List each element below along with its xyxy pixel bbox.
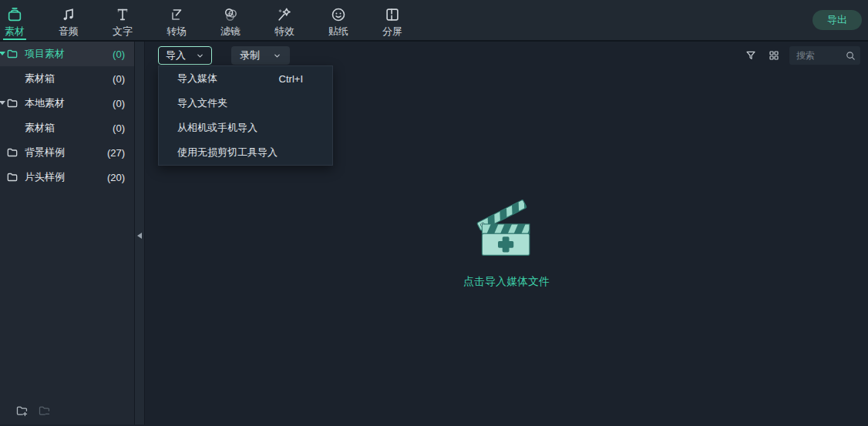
export-button[interactable]: 导出 [812, 10, 862, 30]
sidebar-item-count: (0) [113, 98, 125, 109]
collapse-left-arrow-icon [137, 233, 142, 239]
media-bin-icon [6, 6, 23, 23]
empty-state: 点击导入媒体文件 [145, 192, 868, 289]
import-dropdown-menu: 导入媒体 Ctrl+I 导入文件夹 从相机或手机导入 使用无损剪切工具导入 [158, 65, 333, 166]
sidebar-item-local-media[interactable]: 本地素材 (0) [0, 91, 134, 116]
toolbar-right-group [743, 46, 860, 65]
media-toolbar: 导入 录制 [145, 43, 868, 68]
folder-icon [6, 97, 19, 109]
record-button-label: 录制 [240, 49, 260, 62]
chevron-down-icon [273, 52, 281, 60]
grid-view-icon[interactable] [766, 48, 782, 63]
tab-splitscreen[interactable]: 分屏 [365, 0, 419, 40]
sidebar-folder-tree: 项目素材 (0) 素材箱 (0) 本地素材 (0) 素材箱 (0) [0, 42, 134, 397]
menu-item-label: 使用无损剪切工具导入 [177, 146, 278, 159]
import-button[interactable]: 导入 [158, 46, 212, 65]
tab-audio[interactable]: 音频 [42, 0, 96, 40]
clapperboard-icon[interactable] [473, 192, 540, 261]
tab-label: 素材 [5, 25, 25, 38]
tab-media[interactable]: 素材 [0, 0, 42, 40]
text-icon [114, 6, 131, 23]
caret-down-icon[interactable] [0, 52, 5, 55]
music-note-icon [60, 6, 77, 23]
folder-icon [6, 171, 19, 183]
sidebar-item-project-media[interactable]: 项目素材 (0) [0, 42, 134, 66]
sidebar-item-count: (0) [113, 49, 125, 60]
menu-item-import-media[interactable]: 导入媒体 Ctrl+I [159, 66, 332, 91]
sidebar-item-intro-samples[interactable]: 片头样例 (20) [0, 165, 134, 190]
transition-icon [168, 6, 185, 23]
tab-label: 贴纸 [328, 25, 348, 38]
tab-label: 转场 [167, 25, 187, 38]
menu-item-label: 导入文件夹 [177, 96, 227, 110]
chevron-down-icon [196, 52, 204, 60]
search-icon[interactable] [845, 50, 856, 62]
folder-icon [6, 48, 19, 60]
sidebar-item-label: 本地素材 [25, 96, 65, 110]
search-box [789, 46, 860, 65]
sidebar-item-background-samples[interactable]: 背景样例 (27) [0, 140, 134, 165]
filter-circles-icon [222, 6, 239, 23]
menu-item-import-from-camera[interactable]: 从相机或手机导入 [159, 116, 332, 140]
import-button-label: 导入 [166, 49, 186, 62]
tab-transitions[interactable]: 转场 [150, 0, 204, 40]
menu-item-label: 从相机或手机导入 [177, 121, 257, 135]
record-button[interactable]: 录制 [231, 46, 290, 65]
active-tab-underline [3, 39, 26, 40]
sidebar-footer [0, 397, 134, 424]
split-screen-icon [384, 6, 401, 23]
media-sidebar: 项目素材 (0) 素材箱 (0) 本地素材 (0) 素材箱 (0) [0, 42, 134, 424]
tab-label: 分屏 [382, 25, 402, 38]
remove-folder-icon[interactable] [38, 404, 51, 418]
sticker-face-icon [330, 6, 347, 23]
sidebar-item-count: (0) [113, 73, 125, 85]
sidebar-item-label: 背景样例 [25, 146, 65, 159]
sidebar-item-label: 片头样例 [25, 170, 65, 184]
menu-item-import-folder[interactable]: 导入文件夹 [159, 91, 332, 116]
tab-filters[interactable]: 滤镜 [204, 0, 257, 40]
top-navigation-bar: 素材 音频 文字 [0, 0, 868, 42]
search-input[interactable] [796, 50, 845, 61]
tab-effects[interactable]: 特效 [257, 0, 311, 40]
content-area: 项目素材 (0) 素材箱 (0) 本地素材 (0) 素材箱 (0) [0, 42, 868, 424]
sidebar-item-label: 素材箱 [25, 121, 55, 135]
magic-wand-icon [276, 6, 293, 23]
tab-stickers[interactable]: 贴纸 [311, 0, 365, 40]
import-hint-text[interactable]: 点击导入媒体文件 [463, 275, 550, 289]
tab-label: 特效 [274, 25, 294, 38]
tab-text[interactable]: 文字 [96, 0, 150, 40]
media-panel: 导入 录制 [145, 42, 868, 424]
add-folder-icon[interactable] [15, 404, 29, 418]
sidebar-item-label: 素材箱 [25, 72, 55, 86]
sidebar-item-media-bin-1[interactable]: 素材箱 (0) [0, 66, 134, 91]
sidebar-item-media-bin-2[interactable]: 素材箱 (0) [0, 116, 134, 140]
sidebar-item-label: 项目素材 [25, 47, 65, 61]
sidebar-item-count: (27) [107, 147, 125, 159]
caret-down-icon[interactable] [0, 101, 5, 105]
menu-item-shortcut: Ctrl+I [279, 73, 321, 85]
filter-funnel-icon[interactable] [743, 48, 759, 63]
nav-tabs: 素材 音频 文字 [0, 0, 419, 40]
sidebar-item-count: (20) [107, 172, 125, 183]
folder-icon [6, 146, 19, 159]
tab-label: 音频 [59, 25, 79, 38]
menu-item-label: 导入媒体 [177, 72, 217, 86]
sidebar-item-count: (0) [113, 122, 125, 134]
tab-label: 文字 [113, 25, 133, 38]
sidebar-collapse-handle[interactable] [134, 42, 145, 424]
tab-label: 滤镜 [220, 25, 241, 38]
menu-item-import-lossless-cutter[interactable]: 使用无损剪切工具导入 [159, 140, 332, 165]
